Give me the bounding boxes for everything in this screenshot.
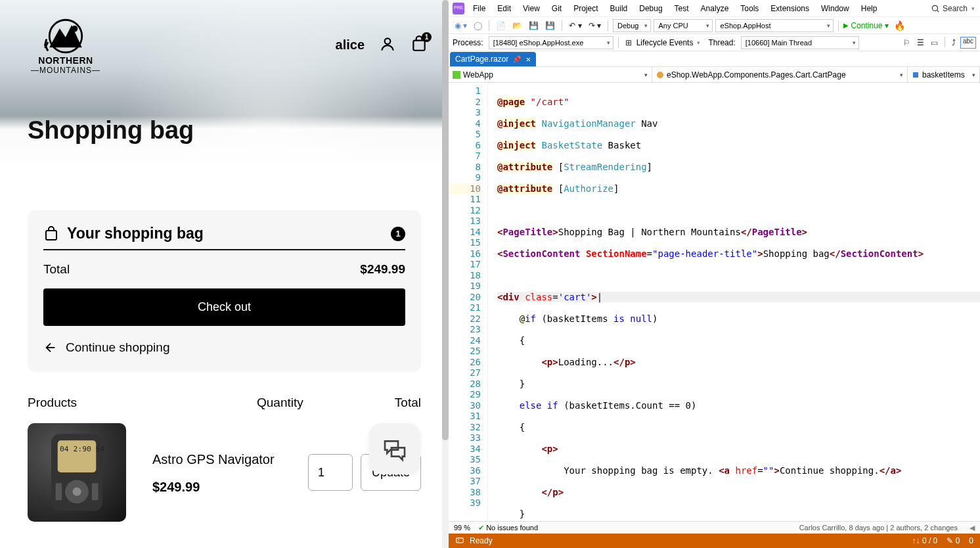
status-bar: Ready ↑↓ 0 / 0 ✎ 0 0 <box>449 534 980 548</box>
nav-class-combo[interactable]: eShop.WebApp.Components.Pages.Cart.CartP… <box>652 67 908 82</box>
menu-extensions[interactable]: Extensions <box>765 4 815 13</box>
status-text: Ready <box>470 536 493 545</box>
hero-header: NORTHERN —MOUNTAINS— alice 1 Shopping ba… <box>0 0 449 166</box>
product-price: $249.99 <box>152 480 308 495</box>
issues-indicator[interactable]: No issues found <box>478 524 538 532</box>
menu-analyze[interactable]: Analyze <box>695 4 735 13</box>
continue-shopping-link[interactable]: Continue shopping <box>43 340 405 355</box>
cart-summary-card: Your shopping bag 1 Total $249.99 Check … <box>28 210 421 372</box>
save-icon[interactable]: 💾 <box>527 20 541 32</box>
lifecycle-icon[interactable]: ⊞ <box>623 37 634 49</box>
menu-view[interactable]: View <box>517 4 546 13</box>
checkout-button[interactable]: Check out <box>43 288 405 326</box>
visual-studio-window: FileEditViewGitProjectBuildDebugTestAnal… <box>449 0 980 548</box>
total-price: $249.99 <box>360 262 405 277</box>
frame-icon[interactable]: ▭ <box>929 37 940 49</box>
menu-project[interactable]: Project <box>568 4 604 13</box>
continue-button[interactable]: Continue ▾ <box>843 21 888 30</box>
menu-window[interactable]: Window <box>815 4 855 13</box>
abc-icon[interactable]: abc <box>960 37 976 49</box>
thread-label: Thread: <box>708 38 735 47</box>
chat-icon <box>382 436 408 462</box>
cart-badge: 1 <box>422 32 432 42</box>
product-thumbnail[interactable]: 04 2:90 54 <box>28 423 126 522</box>
zoom-level[interactable]: 99 % <box>454 524 470 532</box>
svg-rect-16 <box>457 538 464 543</box>
gps-device-icon: 04 2:90 54 <box>41 430 113 515</box>
vs-menu-bar: FileEditViewGitProjectBuildDebugTestAnal… <box>449 0 980 17</box>
pin-icon[interactable]: 📌 <box>512 55 522 64</box>
card-title: Your shopping bag <box>67 225 204 242</box>
redo-icon[interactable]: ↷ ▾ <box>587 20 603 32</box>
nav-project-combo[interactable]: WebApp <box>449 67 652 82</box>
file-tab-cartpage[interactable]: CartPage.razor 📌 × <box>450 52 536 66</box>
cart-icon[interactable]: 1 <box>411 35 428 55</box>
col-total: Total <box>368 396 421 410</box>
page-title: Shopping bag <box>28 116 194 145</box>
code-editor[interactable]: 123456789 1011121314151617181920 2122232… <box>449 83 980 521</box>
project-icon <box>453 71 460 79</box>
menu-build[interactable]: Build <box>604 4 634 13</box>
bag-icon <box>43 226 59 242</box>
menu-tools[interactable]: Tools <box>734 4 765 13</box>
menu-help[interactable]: Help <box>855 4 883 13</box>
svg-rect-10 <box>56 483 62 500</box>
col-products: Products <box>28 396 257 410</box>
nav-fwd-icon[interactable]: ◯ <box>472 20 484 32</box>
vs-toolbar-main: ◉ ▾ ◯ 📄 📂 💾 💾 ↶ ▾ ↷ ▾ Debug Any CPU eSho… <box>449 17 980 34</box>
status-warnings[interactable]: 0 <box>969 536 973 545</box>
svg-point-0 <box>49 20 82 53</box>
open-icon[interactable]: 📂 <box>510 20 524 32</box>
thread-combo[interactable]: [10660] Main Thread <box>741 36 859 49</box>
vs-logo-icon[interactable] <box>453 3 464 14</box>
menu-git[interactable]: Git <box>546 4 568 13</box>
vs-toolbar-debug: Process: [18480] eShop.AppHost.exe ⊞ Lif… <box>449 34 980 51</box>
code-area[interactable]: @page "/cart" @inject NavigationManager … <box>488 83 980 521</box>
username-label[interactable]: alice <box>336 37 365 53</box>
new-item-icon[interactable]: 📄 <box>494 20 508 32</box>
account-icon[interactable] <box>379 35 396 55</box>
startup-combo[interactable]: eShop.AppHost <box>715 19 834 32</box>
blame-info[interactable]: Carlos Carrillo, 8 days ago | 2 authors,… <box>799 524 958 532</box>
share-icon[interactable]: ⤴ <box>950 37 958 49</box>
config-combo[interactable]: Debug <box>613 19 651 32</box>
search-icon <box>931 4 940 13</box>
nav-bar: WebApp eShop.WebApp.Components.Pages.Car… <box>449 67 980 83</box>
card-item-count: 1 <box>391 227 405 241</box>
svg-point-2 <box>385 38 391 44</box>
lifecycle-label[interactable]: Lifecycle Events <box>636 38 694 47</box>
status-icon <box>455 536 464 545</box>
tab-well: CartPage.razor 📌 × <box>449 51 980 67</box>
status-nav[interactable]: ↑↓ 0 / 0 <box>912 536 938 545</box>
menu-edit[interactable]: Edit <box>491 4 517 13</box>
undo-icon[interactable]: ↶ ▾ <box>567 20 583 32</box>
save-all-icon[interactable]: 💾 <box>543 20 557 32</box>
close-icon[interactable]: × <box>525 55 531 64</box>
menu-test[interactable]: Test <box>669 4 695 13</box>
menu-file[interactable]: File <box>467 4 491 13</box>
stack-icon[interactable]: ☰ <box>915 37 926 49</box>
cart-columns-header: Products Quantity Total <box>28 396 421 410</box>
col-quantity: Quantity <box>257 396 368 410</box>
brand-logo[interactable]: NORTHERN —MOUNTAINS— <box>26 18 105 75</box>
nav-member-combo[interactable]: basketItems <box>908 67 980 82</box>
status-errors[interactable]: ✎ 0 <box>947 536 960 545</box>
platform-combo[interactable]: Any CPU <box>654 19 713 32</box>
cart-item-row: 04 2:90 54 Astro GPS Navigator $249.99 U… <box>28 423 421 522</box>
hot-reload-icon[interactable]: 🔥 <box>894 20 905 31</box>
quantity-input[interactable] <box>308 454 353 491</box>
svg-rect-3 <box>413 41 424 51</box>
svg-rect-11 <box>92 483 99 500</box>
search-box[interactable]: Search▾ <box>931 4 975 13</box>
scrollbar[interactable] <box>442 0 449 548</box>
flag-icon[interactable]: ⚐ <box>901 37 912 49</box>
eshop-viewport: NORTHERN —MOUNTAINS— alice 1 Shopping ba… <box>0 0 449 548</box>
editor-info-bar: 99 % No issues found Carlos Carrillo, 8 … <box>449 521 980 534</box>
product-name[interactable]: Astro GPS Navigator <box>152 451 308 468</box>
chat-fab[interactable] <box>369 423 420 474</box>
menu-debug[interactable]: Debug <box>633 4 668 13</box>
svg-rect-15 <box>913 72 918 78</box>
nav-back-icon[interactable]: ◉ ▾ <box>453 20 469 32</box>
svg-point-1 <box>72 26 77 31</box>
process-combo[interactable]: [18480] eShop.AppHost.exe <box>489 36 613 49</box>
